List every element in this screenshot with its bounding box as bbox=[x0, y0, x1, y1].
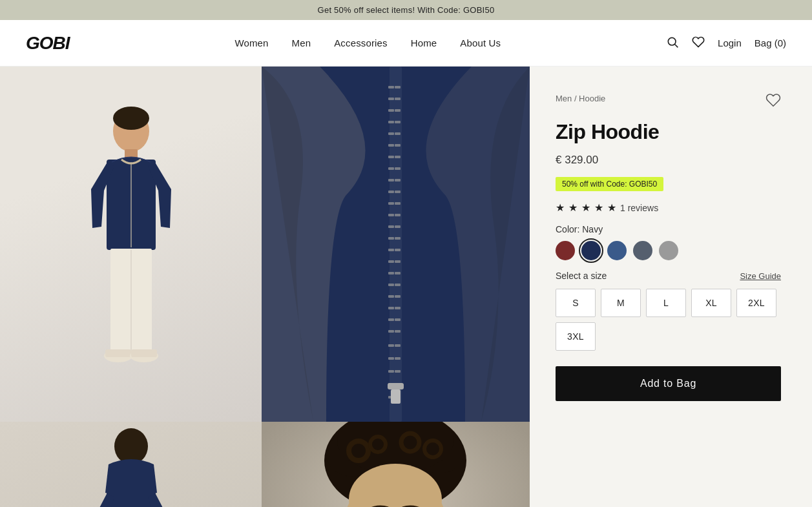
size-s[interactable]: S bbox=[556, 289, 596, 317]
model-figure-svg bbox=[67, 99, 196, 389]
svg-rect-57 bbox=[388, 330, 394, 333]
svg-rect-34 bbox=[395, 191, 401, 193]
nav-men[interactable]: Men bbox=[292, 37, 311, 48]
zipper-svg bbox=[262, 67, 530, 422]
svg-rect-55 bbox=[388, 318, 394, 321]
nav-accessories[interactable]: Accessories bbox=[334, 37, 388, 48]
size-grid: S M L XL 2XL 3XL bbox=[556, 289, 781, 351]
svg-rect-22 bbox=[395, 121, 401, 123]
svg-rect-25 bbox=[388, 144, 394, 147]
main-nav: Women Men Accessories Home About Us bbox=[234, 37, 501, 49]
svg-rect-59 bbox=[388, 344, 394, 347]
gallery-image-1 bbox=[0, 67, 262, 422]
svg-rect-15 bbox=[388, 86, 394, 88]
svg-rect-54 bbox=[395, 307, 401, 309]
review-count: 1 reviews bbox=[620, 203, 658, 213]
svg-rect-32 bbox=[395, 179, 401, 181]
svg-rect-43 bbox=[388, 249, 394, 251]
svg-rect-33 bbox=[388, 191, 394, 193]
svg-rect-18 bbox=[395, 98, 401, 100]
swatch-blue[interactable] bbox=[607, 241, 627, 260]
svg-rect-69 bbox=[388, 383, 404, 389]
main-layout: Men / Hoodie Zip Hoodie € 329.00 50% off… bbox=[0, 67, 812, 507]
svg-rect-51 bbox=[388, 295, 394, 298]
color-section: Color: Navy bbox=[556, 224, 781, 260]
breadcrumb: Men / Hoodie bbox=[556, 92, 605, 104]
model-back-svg bbox=[73, 428, 189, 507]
svg-rect-37 bbox=[388, 214, 394, 216]
svg-rect-41 bbox=[388, 237, 394, 240]
svg-rect-35 bbox=[388, 202, 394, 205]
size-m[interactable]: M bbox=[601, 289, 641, 317]
model-full-image bbox=[0, 67, 262, 422]
size-xl[interactable]: XL bbox=[691, 289, 731, 317]
bag-button[interactable]: Bag (0) bbox=[755, 37, 786, 48]
svg-rect-23 bbox=[388, 132, 394, 135]
svg-rect-52 bbox=[395, 295, 401, 298]
svg-rect-45 bbox=[388, 260, 394, 263]
search-button[interactable] bbox=[666, 36, 679, 50]
product-panel: Men / Hoodie Zip Hoodie € 329.00 50% off… bbox=[530, 67, 812, 507]
svg-rect-30 bbox=[395, 167, 401, 170]
svg-rect-47 bbox=[388, 272, 394, 274]
star-1: ★ bbox=[556, 202, 565, 214]
gallery-image-2 bbox=[262, 67, 530, 422]
product-header: Men / Hoodie bbox=[556, 92, 781, 110]
product-price: € 329.00 bbox=[556, 154, 781, 167]
rating-section: ★ ★ ★ ★ ★ 1 reviews bbox=[556, 202, 781, 214]
hoodie-closeup-image bbox=[262, 67, 530, 422]
header: GOBI Women Men Accessories Home About Us… bbox=[0, 20, 812, 67]
svg-rect-48 bbox=[395, 272, 401, 274]
swatch-burgundy[interactable] bbox=[556, 241, 575, 260]
svg-rect-14 bbox=[390, 67, 402, 422]
svg-rect-36 bbox=[395, 202, 401, 205]
svg-rect-26 bbox=[395, 144, 401, 147]
swatch-light-grey[interactable] bbox=[659, 241, 678, 260]
svg-rect-17 bbox=[388, 98, 394, 100]
swatch-navy[interactable] bbox=[581, 241, 601, 260]
model-face-image bbox=[262, 422, 530, 507]
swatch-dark-grey[interactable] bbox=[633, 241, 652, 260]
svg-rect-72 bbox=[107, 491, 156, 507]
svg-rect-62 bbox=[395, 357, 401, 360]
nav-women[interactable]: Women bbox=[234, 37, 268, 48]
svg-rect-42 bbox=[395, 237, 401, 240]
gallery-image-4 bbox=[262, 422, 530, 507]
svg-rect-16 bbox=[395, 86, 401, 88]
announcement-bar: Get 50% off select items! With Code: GOB… bbox=[0, 0, 812, 20]
logo[interactable]: GOBI bbox=[26, 33, 70, 54]
wishlist-icon-button[interactable] bbox=[765, 92, 781, 110]
svg-rect-63 bbox=[388, 370, 394, 373]
add-to-bag-button[interactable]: Add to Bag bbox=[556, 366, 781, 401]
svg-rect-50 bbox=[395, 284, 401, 286]
svg-rect-44 bbox=[395, 249, 401, 251]
breadcrumb-text: Men / Hoodie bbox=[556, 94, 605, 103]
star-3: ★ bbox=[581, 202, 590, 214]
wishlist-button[interactable] bbox=[692, 36, 705, 50]
svg-rect-60 bbox=[395, 344, 401, 347]
size-section: Select a size Size Guide S M L XL 2XL 3X… bbox=[556, 271, 781, 351]
size-l[interactable]: L bbox=[646, 289, 686, 317]
size-3xl[interactable]: 3XL bbox=[556, 322, 596, 351]
svg-rect-27 bbox=[388, 156, 394, 158]
svg-rect-20 bbox=[395, 109, 401, 112]
size-guide-button[interactable]: Size Guide bbox=[740, 271, 781, 281]
svg-rect-12 bbox=[131, 349, 157, 357]
size-label: Select a size bbox=[556, 271, 607, 281]
size-2xl[interactable]: 2XL bbox=[736, 289, 776, 317]
svg-rect-28 bbox=[395, 156, 401, 158]
svg-point-71 bbox=[114, 428, 148, 464]
nav-about-us[interactable]: About Us bbox=[460, 37, 501, 48]
model-back-image bbox=[0, 422, 262, 507]
svg-rect-29 bbox=[388, 167, 394, 170]
announcement-text: Get 50% off select items! With Code: GOB… bbox=[318, 5, 495, 15]
svg-rect-70 bbox=[391, 389, 401, 404]
svg-rect-21 bbox=[388, 121, 394, 123]
nav-home[interactable]: Home bbox=[411, 37, 437, 48]
svg-rect-39 bbox=[388, 225, 394, 228]
promo-text: 50% off with Code: GOBI50 bbox=[556, 177, 663, 191]
svg-rect-38 bbox=[395, 214, 401, 216]
svg-rect-40 bbox=[395, 225, 401, 228]
login-button[interactable]: Login bbox=[718, 37, 742, 48]
svg-rect-19 bbox=[388, 109, 394, 112]
